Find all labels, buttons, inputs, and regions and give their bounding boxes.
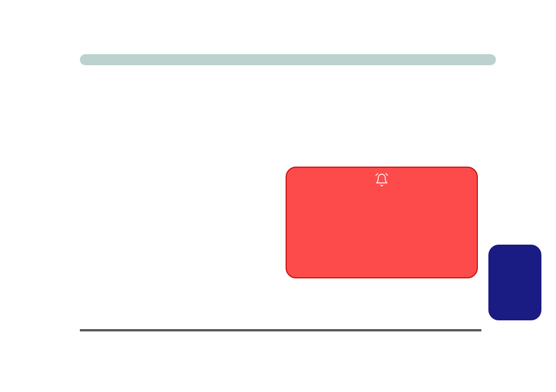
bell-ring-icon: [375, 173, 389, 187]
top-bar: [80, 54, 496, 65]
divider-line: [80, 329, 481, 331]
side-box: [488, 245, 541, 320]
svg-line-0: [376, 174, 378, 175]
alert-panel: [286, 167, 478, 278]
svg-line-1: [386, 174, 388, 175]
